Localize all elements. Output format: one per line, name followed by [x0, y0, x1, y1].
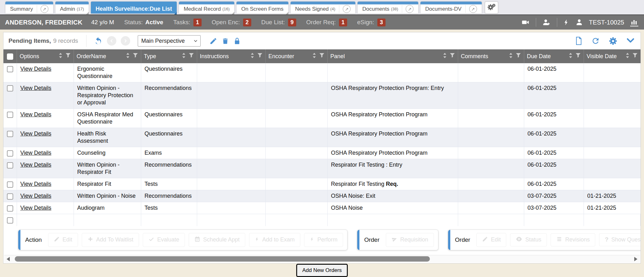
row-checkbox[interactable]: [7, 112, 13, 118]
sort-icon[interactable]: [443, 53, 447, 60]
sort-icon[interactable]: [312, 53, 316, 60]
row-checkbox[interactable]: [7, 85, 13, 91]
undo-icon[interactable]: [94, 37, 103, 45]
tab-documents-dv[interactable]: Documents-DV↗: [420, 2, 481, 14]
sort-icon[interactable]: [569, 53, 573, 60]
counter-badge[interactable]: 1: [193, 19, 202, 26]
tab-medical-record[interactable]: Medical Record(16): [179, 2, 234, 14]
filter-icon[interactable]: [450, 53, 455, 60]
perspective-select[interactable]: Main Perspective: [138, 35, 201, 47]
counter-badge[interactable]: 3: [377, 19, 386, 26]
add-new-orders-button[interactable]: Add New Orders: [297, 265, 347, 276]
pencil-icon[interactable]: [209, 37, 217, 45]
evaluate-button[interactable]: Evaluate: [143, 233, 185, 247]
counter-badge[interactable]: 9: [288, 19, 296, 26]
view-details-link[interactable]: View Details: [20, 130, 52, 137]
row-checkbox[interactable]: [7, 181, 13, 188]
row-checkbox[interactable]: [7, 217, 13, 224]
external-link-icon[interactable]: ↗: [465, 5, 477, 13]
column-label: Visible Date: [587, 53, 617, 60]
lock-icon[interactable]: [233, 37, 241, 45]
column-header-panel[interactable]: Panel: [327, 49, 458, 63]
column-header-due-date[interactable]: Due Date: [524, 49, 584, 63]
sort-icon[interactable]: [250, 53, 254, 60]
filter-icon[interactable]: [133, 53, 138, 60]
column-header-encounter[interactable]: Encounter: [265, 49, 327, 63]
panel-toolbar: Pending Items, 9 records Main Perspectiv…: [3, 32, 641, 49]
cell-order-name: Written Opinion - Respirator Fit: [74, 159, 141, 178]
refresh-icon[interactable]: [591, 36, 600, 45]
external-link-icon[interactable]: ↗: [339, 5, 351, 13]
cell-order-name: Written Opinion - Respiratory Protection…: [74, 82, 141, 109]
gear-icon[interactable]: [609, 37, 617, 45]
row-checkbox[interactable]: [7, 162, 13, 169]
chevron-right-icon[interactable]: [121, 36, 130, 46]
row-checkbox[interactable]: [7, 150, 13, 157]
lightning-icon[interactable]: [563, 18, 569, 26]
chevron-left-icon[interactable]: [107, 36, 116, 46]
trash-icon[interactable]: [222, 37, 229, 45]
sort-icon[interactable]: [126, 53, 130, 60]
external-link-icon[interactable]: ↗: [402, 5, 414, 13]
group-label: Action: [25, 236, 42, 243]
add-to-waitlist-button[interactable]: Add To Waitlist: [82, 233, 139, 247]
column-header-instructions[interactable]: Instructions: [197, 49, 265, 63]
filter-icon[interactable]: [575, 53, 581, 60]
view-details-link[interactable]: View Details: [20, 181, 52, 187]
edit-button[interactable]: Edit: [48, 233, 78, 247]
row-checkbox[interactable]: [7, 131, 13, 137]
tab-health-surveillance-due-list[interactable]: Health Surveillance:Due List: [91, 2, 177, 14]
column-header-comments[interactable]: Comments: [458, 49, 524, 63]
row-checkbox[interactable]: [7, 193, 13, 200]
scrollbar-thumb[interactable]: [15, 256, 430, 262]
chevron-down-icon[interactable]: [626, 37, 635, 44]
counter-badge[interactable]: 1: [339, 19, 347, 26]
filter-icon[interactable]: [632, 53, 638, 60]
add-to-exam-button[interactable]: Add to Exam: [249, 233, 300, 247]
schedule-appt-button[interactable]: Schedule Appt: [189, 233, 245, 247]
scroll-left-arrow[interactable]: [7, 257, 10, 261]
status-button[interactable]: Status: [510, 233, 547, 247]
filter-icon[interactable]: [516, 53, 521, 60]
perform-button[interactable]: Perform: [304, 233, 343, 247]
person-add-icon[interactable]: [542, 19, 551, 26]
column-header-ordername[interactable]: OrderName: [74, 49, 141, 63]
show-question-button[interactable]: ?Show Question: [599, 233, 641, 246]
tab-admin[interactable]: Admin(17): [55, 2, 89, 14]
sort-icon[interactable]: [58, 53, 63, 60]
column-header-visible-date[interactable]: Visible Date: [584, 49, 641, 63]
column-header-options[interactable]: Options: [17, 49, 74, 63]
filter-icon[interactable]: [257, 53, 263, 60]
document-icon[interactable]: [575, 36, 582, 45]
scroll-right-arrow[interactable]: [634, 257, 637, 261]
view-details-link[interactable]: View Details: [20, 205, 52, 211]
view-details-link[interactable]: View Details: [20, 193, 52, 199]
requisition-button[interactable]: Requisition: [386, 233, 434, 247]
view-details-link[interactable]: View Details: [20, 150, 52, 156]
view-details-link[interactable]: View Details: [20, 111, 52, 118]
view-details-link[interactable]: View Details: [20, 162, 52, 168]
tab-needs-signed[interactable]: Needs Signed(4)↗: [291, 2, 356, 14]
sort-icon[interactable]: [625, 53, 630, 60]
row-checkbox[interactable]: [7, 66, 13, 72]
view-details-link[interactable]: View Details: [20, 85, 52, 91]
video-camera-icon[interactable]: [521, 19, 530, 26]
row-checkbox[interactable]: [7, 205, 13, 212]
sort-icon[interactable]: [182, 53, 186, 60]
bar-chart-icon[interactable]: [630, 19, 638, 26]
filter-icon[interactable]: [319, 53, 325, 60]
counter-badge[interactable]: 2: [243, 19, 251, 26]
filter-icon[interactable]: [189, 53, 194, 60]
filter-icon[interactable]: [65, 53, 71, 60]
tab-documents[interactable]: Documents(38)↗: [358, 2, 418, 14]
sort-icon[interactable]: [509, 53, 513, 60]
tab-on-screen-forms[interactable]: On Screen Forms: [236, 2, 288, 14]
select-all-checkbox[interactable]: [7, 53, 13, 60]
column-header-type[interactable]: Type: [141, 49, 197, 63]
tab-settings-button[interactable]: [485, 2, 498, 14]
external-link-icon[interactable]: ↗: [37, 5, 48, 13]
view-details-link[interactable]: View Details: [20, 66, 52, 72]
revisions-button[interactable]: Revisions: [551, 233, 595, 247]
edit-button[interactable]: Edit: [476, 233, 506, 247]
tab-summary[interactable]: Summary↗: [5, 2, 53, 14]
